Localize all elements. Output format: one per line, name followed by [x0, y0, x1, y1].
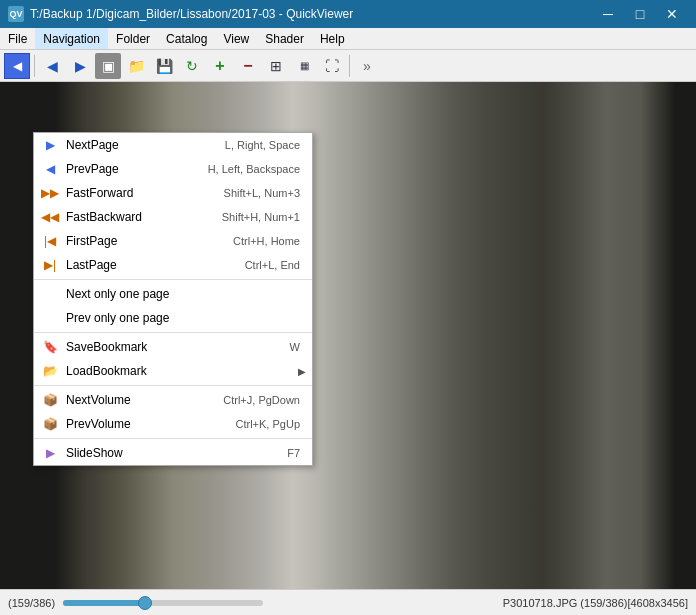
statusbar: (159/386) P3010718.JPG (159/386)[4608x34… — [0, 589, 696, 615]
fast-forward-icon: ▶▶ — [40, 183, 60, 203]
content-area: ▶ NextPage L, Right, Space ◀ PrevPage H,… — [0, 82, 696, 589]
menu-slideshow[interactable]: ▶ SlideShow F7 — [34, 441, 312, 465]
menu-first-page[interactable]: |◀ FirstPage Ctrl+H, Home — [34, 229, 312, 253]
more-button[interactable]: » — [354, 53, 380, 79]
menu-view[interactable]: View — [215, 28, 257, 49]
open-button[interactable]: 📁 — [123, 53, 149, 79]
menu-catalog[interactable]: Catalog — [158, 28, 215, 49]
window-title: T:/Backup 1/Digicam_Bilder/Lissabon/2017… — [30, 7, 353, 21]
first-page-icon: |◀ — [40, 231, 60, 251]
menu-file[interactable]: File — [0, 28, 35, 49]
prev-only-icon — [40, 308, 60, 328]
slideshow-shortcut: F7 — [287, 447, 306, 459]
toolbar: ◀ ◀ ▶ ▣ 📁 💾 ↻ + − ⊞ ▦ ⛶ » — [0, 50, 696, 82]
next-volume-shortcut: Ctrl+J, PgDown — [223, 394, 306, 406]
menu-folder[interactable]: Folder — [108, 28, 158, 49]
menubar: File Navigation Folder Catalog View Shad… — [0, 28, 696, 50]
window-controls: ─ □ ✕ — [592, 0, 688, 28]
first-page-shortcut: Ctrl+H, Home — [233, 235, 306, 247]
fast-backward-icon: ◀◀ — [40, 207, 60, 227]
menu-next-page[interactable]: ▶ NextPage L, Right, Space — [34, 133, 312, 157]
menu-help[interactable]: Help — [312, 28, 353, 49]
next-only-label: Next only one page — [66, 287, 306, 301]
prev-volume-shortcut: Ctrl+K, PgUp — [236, 418, 307, 430]
load-bookmark-icon: 📂 — [40, 361, 60, 381]
titlebar: QV T:/Backup 1/Digicam_Bilder/Lissabon/2… — [0, 0, 696, 28]
zoom-in-button[interactable]: + — [207, 53, 233, 79]
separator-4 — [34, 438, 312, 439]
minimize-button[interactable]: ─ — [592, 0, 624, 28]
slideshow-label: SlideShow — [66, 446, 281, 460]
status-position: (159/386) — [8, 597, 55, 609]
save-bookmark-label: SaveBookmark — [66, 340, 284, 354]
next-page-icon: ▶ — [40, 135, 60, 155]
fit-height-button[interactable]: ▦ — [291, 53, 317, 79]
app-icon: QV — [8, 6, 24, 22]
fast-backward-shortcut: Shift+H, Num+1 — [222, 211, 306, 223]
zoom-out-button[interactable]: − — [235, 53, 261, 79]
progress-thumb[interactable] — [138, 596, 152, 610]
fast-forward-label: FastForward — [66, 186, 218, 200]
prev-nav-button[interactable]: ◀ — [39, 53, 65, 79]
menu-load-bookmark[interactable]: 📂 LoadBookmark ▶ — [34, 359, 312, 383]
fast-backward-label: FastBackward — [66, 210, 216, 224]
prev-page-icon: ◀ — [40, 159, 60, 179]
menu-prev-page[interactable]: ◀ PrevPage H, Left, Backspace — [34, 157, 312, 181]
save-bookmark-shortcut: W — [290, 341, 306, 353]
separator-1 — [34, 279, 312, 280]
menu-save-bookmark[interactable]: 🔖 SaveBookmark W — [34, 335, 312, 359]
menu-next-only[interactable]: Next only one page — [34, 282, 312, 306]
separator-3 — [34, 385, 312, 386]
progress-fill — [63, 600, 145, 606]
prev-only-label: Prev only one page — [66, 311, 306, 325]
menu-last-page[interactable]: ▶| LastPage Ctrl+L, End — [34, 253, 312, 277]
menu-shader[interactable]: Shader — [257, 28, 312, 49]
next-page-shortcut: L, Right, Space — [225, 139, 306, 151]
slideshow-icon: ▶ — [40, 443, 60, 463]
last-page-shortcut: Ctrl+L, End — [245, 259, 306, 271]
fullscreen-button[interactable]: ⛶ — [319, 53, 345, 79]
menu-prev-only[interactable]: Prev only one page — [34, 306, 312, 330]
menu-fast-backward[interactable]: ◀◀ FastBackward Shift+H, Num+1 — [34, 205, 312, 229]
save-bookmark-icon: 🔖 — [40, 337, 60, 357]
maximize-button[interactable]: □ — [624, 0, 656, 28]
toolbar-separator-2 — [349, 55, 350, 77]
load-bookmark-arrow: ▶ — [298, 366, 306, 377]
menu-navigation[interactable]: Navigation — [35, 28, 108, 49]
menu-fast-forward[interactable]: ▶▶ FastForward Shift+L, Num+3 — [34, 181, 312, 205]
last-page-label: LastPage — [66, 258, 239, 272]
fast-forward-shortcut: Shift+L, Num+3 — [224, 187, 306, 199]
fit-page-button[interactable]: ▣ — [95, 53, 121, 79]
fit-width-button[interactable]: ⊞ — [263, 53, 289, 79]
prev-volume-icon: 📦 — [40, 414, 60, 434]
next-page-label: NextPage — [66, 138, 219, 152]
prev-page-label: PrevPage — [66, 162, 202, 176]
last-page-icon: ▶| — [40, 255, 60, 275]
next-volume-icon: 📦 — [40, 390, 60, 410]
toolbar-separator-1 — [34, 55, 35, 77]
prev-volume-label: PrevVolume — [66, 417, 230, 431]
prev-page-shortcut: H, Left, Backspace — [208, 163, 306, 175]
back-button[interactable]: ◀ — [4, 53, 30, 79]
save-button[interactable]: 💾 — [151, 53, 177, 79]
menu-prev-volume[interactable]: 📦 PrevVolume Ctrl+K, PgUp — [34, 412, 312, 436]
next-nav-button[interactable]: ▶ — [67, 53, 93, 79]
load-bookmark-label: LoadBookmark — [66, 364, 280, 378]
next-volume-label: NextVolume — [66, 393, 217, 407]
progress-slider[interactable] — [63, 600, 263, 606]
refresh-button[interactable]: ↻ — [179, 53, 205, 79]
menu-next-volume[interactable]: 📦 NextVolume Ctrl+J, PgDown — [34, 388, 312, 412]
separator-2 — [34, 332, 312, 333]
next-only-icon — [40, 284, 60, 304]
navigation-dropdown: ▶ NextPage L, Right, Space ◀ PrevPage H,… — [33, 132, 313, 466]
first-page-label: FirstPage — [66, 234, 227, 248]
status-filename: P3010718.JPG (159/386)[4608x3456] — [503, 597, 688, 609]
close-button[interactable]: ✕ — [656, 0, 688, 28]
